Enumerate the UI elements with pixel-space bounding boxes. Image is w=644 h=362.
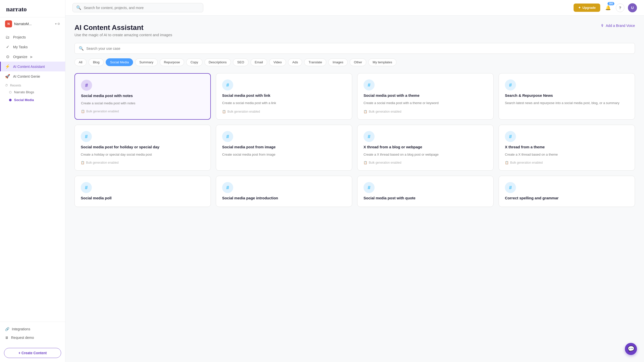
- card-desc-x-thread-blog: Create a X thread based on a blog post o…: [364, 152, 487, 157]
- projects-icon: 🗂: [5, 35, 10, 39]
- card-icon-x-thread-blog: #: [364, 131, 375, 142]
- bulk-icon: 📋: [505, 161, 509, 164]
- sidebar-item-ai-content-assistant[interactable]: ⚡ AI Content Assistant: [0, 62, 65, 71]
- filter-chip-video[interactable]: Video: [269, 58, 286, 66]
- use-case-search-input[interactable]: [86, 47, 631, 51]
- page-title-group: AI Content Assistant Use the magic of AI…: [74, 24, 172, 37]
- card-title-social-notes: Social media post with notes: [81, 93, 204, 98]
- filter-chip-summary[interactable]: Summary: [135, 58, 158, 66]
- card-icon-social-image: #: [222, 131, 233, 142]
- card-icon-search-repurpose-news: #: [505, 79, 516, 90]
- sidebar-item-request-demo[interactable]: 🖥 Request demo: [5, 333, 60, 342]
- card-social-image[interactable]: #Social media post from imageCreate soci…: [216, 125, 352, 171]
- sidebar-recent-narrato-blogs[interactable]: Narrato Blogs: [0, 88, 65, 96]
- filter-chip-my-templates[interactable]: My templates: [368, 58, 396, 66]
- upgrade-star-icon: ✦: [578, 6, 581, 10]
- notifications-button[interactable]: 🔔 380: [604, 4, 612, 12]
- use-case-search-icon: 🔍: [79, 46, 84, 51]
- filter-chip-translate[interactable]: Translate: [304, 58, 326, 66]
- filter-chips-group: AllBlogSocial MediaSummaryRepurposeCopyD…: [74, 58, 635, 66]
- card-social-link[interactable]: #Social media post with linkCreate a soc…: [216, 73, 352, 120]
- card-icon-social-link: #: [222, 79, 233, 90]
- filter-chip-images[interactable]: Images: [328, 58, 348, 66]
- sidebar-item-ai-content-genie[interactable]: 🚀 AI Content Genie: [0, 71, 65, 81]
- sidebar-item-organize[interactable]: ⊙ Organize ▶: [0, 52, 65, 62]
- card-social-theme[interactable]: #Social media post with a themeCreate a …: [357, 73, 494, 120]
- sidebar-recent-social-media[interactable]: Social Media: [0, 96, 65, 104]
- card-title-social-link: Social media post with link: [222, 93, 346, 98]
- page-subtitle: Use the magic of AI to create amazing co…: [74, 33, 172, 37]
- logo-area: narrato: [0, 0, 65, 17]
- card-bulk-social-notes: 📋Bulk generation enabled: [81, 110, 204, 113]
- card-icon-social-holiday: #: [81, 131, 92, 142]
- user-avatar[interactable]: U: [628, 3, 637, 12]
- sidebar-item-label-projects: Projects: [13, 35, 26, 39]
- card-bulk-x-thread-theme: 📋Bulk generation enabled: [505, 161, 629, 164]
- bulk-icon: 📋: [364, 161, 367, 164]
- add-brand-voice-button[interactable]: 🎙 Add a Brand Voice: [601, 24, 635, 28]
- app-logo: narrato: [6, 6, 27, 13]
- filter-chip-seo[interactable]: SEO: [233, 58, 248, 66]
- recents-section-label: ⏱ Recents: [0, 81, 65, 88]
- card-social-notes[interactable]: #Social media post with notesCreate a so…: [74, 73, 211, 120]
- sidebar-item-projects[interactable]: 🗂 Projects: [0, 32, 65, 42]
- clock-icon: ⏱: [5, 84, 8, 87]
- sidebar-item-integrations[interactable]: 🔗 Integrations: [5, 325, 60, 333]
- global-search-bar[interactable]: 🔍: [72, 3, 203, 12]
- sidebar-item-label-tasks: My Tasks: [13, 45, 28, 49]
- filter-chip-copy[interactable]: Copy: [186, 58, 202, 66]
- card-icon-social-notes: #: [81, 80, 92, 91]
- filter-chip-ads[interactable]: Ads: [288, 58, 302, 66]
- card-x-thread-theme[interactable]: #X thread from a themeCreate a X thread …: [499, 125, 635, 171]
- card-desc-social-notes: Create a social media post with notes: [81, 101, 204, 106]
- organize-chevron-icon: ▶: [30, 55, 33, 59]
- card-search-repurpose-news[interactable]: #Search & Repurpose NewsSearch latest ne…: [499, 73, 635, 120]
- sidebar-bottom-section: 🔗 Integrations 🖥 Request demo: [0, 322, 65, 345]
- card-correct-spelling[interactable]: #Correct spelling and grammar: [499, 176, 635, 207]
- workspace-selector[interactable]: N NarratoM... ▾ ⚙: [0, 17, 65, 30]
- filter-chip-social-media[interactable]: Social Media: [106, 58, 133, 66]
- card-x-thread-blog[interactable]: #X thread from a blog or webpageCreate a…: [357, 125, 494, 171]
- search-icon: 🔍: [76, 5, 81, 10]
- bulk-icon: 📋: [81, 161, 85, 164]
- filter-chip-descriptions[interactable]: Descriptions: [205, 58, 231, 66]
- global-search-input[interactable]: [84, 6, 199, 10]
- sidebar-navigation: 🗂 Projects ✓ My Tasks ⊙ Organize ▶ ⚡ AI …: [0, 30, 65, 322]
- upgrade-button[interactable]: ✦ Upgrade: [574, 4, 600, 12]
- sidebar-item-my-tasks[interactable]: ✓ My Tasks: [0, 42, 65, 52]
- card-desc-social-holiday: Create a holiday or special day social m…: [81, 152, 205, 157]
- card-social-holiday[interactable]: #Social media post for holiday or specia…: [74, 125, 211, 171]
- filter-chip-other[interactable]: Other: [350, 58, 367, 66]
- use-case-search-bar[interactable]: 🔍: [74, 43, 635, 54]
- card-social-quote[interactable]: #Social media post with quote: [357, 176, 494, 207]
- workspace-avatar: N: [5, 20, 12, 27]
- card-desc-social-theme: Create a social media post with a theme …: [364, 101, 487, 106]
- filter-chip-blog[interactable]: Blog: [89, 58, 104, 66]
- card-desc-search-repurpose-news: Search latest news and repurpose into a …: [505, 101, 629, 114]
- card-title-search-repurpose-news: Search & Repurpose News: [505, 93, 629, 98]
- card-desc-social-link: Create a social media post with a link: [222, 101, 346, 106]
- card-title-social-quote: Social media post with quote: [364, 196, 487, 201]
- card-title-social-poll: Social media poll: [81, 196, 205, 201]
- help-button[interactable]: ?: [616, 4, 624, 12]
- cards-grid: #Social media post with notesCreate a so…: [74, 73, 635, 207]
- organize-icon: ⊙: [5, 54, 10, 59]
- card-bulk-social-theme: 📋Bulk generation enabled: [364, 110, 487, 113]
- card-bulk-social-holiday: 📋Bulk generation enabled: [81, 161, 205, 164]
- ai-assistant-icon: ⚡: [5, 64, 10, 69]
- card-title-social-page-intro: Social media page introduction: [222, 196, 346, 201]
- chat-support-button[interactable]: 💬: [625, 343, 637, 355]
- card-title-x-thread-blog: X thread from a blog or webpage: [364, 145, 487, 150]
- card-desc-social-image: Create social media post from image: [222, 152, 346, 165]
- filter-chip-all[interactable]: All: [74, 58, 87, 66]
- sidebar: narrato N NarratoM... ▾ ⚙ 🗂 Projects ✓ M…: [0, 0, 65, 362]
- create-content-button[interactable]: + Create Content: [4, 348, 61, 358]
- card-social-poll[interactable]: #Social media poll: [74, 176, 211, 207]
- card-social-page-intro[interactable]: #Social media page introduction: [216, 176, 352, 207]
- main-content-area: 🔍 ✦ Upgrade 🔔 380 ? U AI Content Assista…: [65, 0, 644, 362]
- integrations-icon: 🔗: [5, 327, 9, 331]
- ai-genie-icon: 🚀: [5, 74, 10, 79]
- bulk-icon: 📋: [222, 110, 226, 113]
- filter-chip-email[interactable]: Email: [251, 58, 267, 66]
- filter-chip-repurpose[interactable]: Repurpose: [160, 58, 184, 66]
